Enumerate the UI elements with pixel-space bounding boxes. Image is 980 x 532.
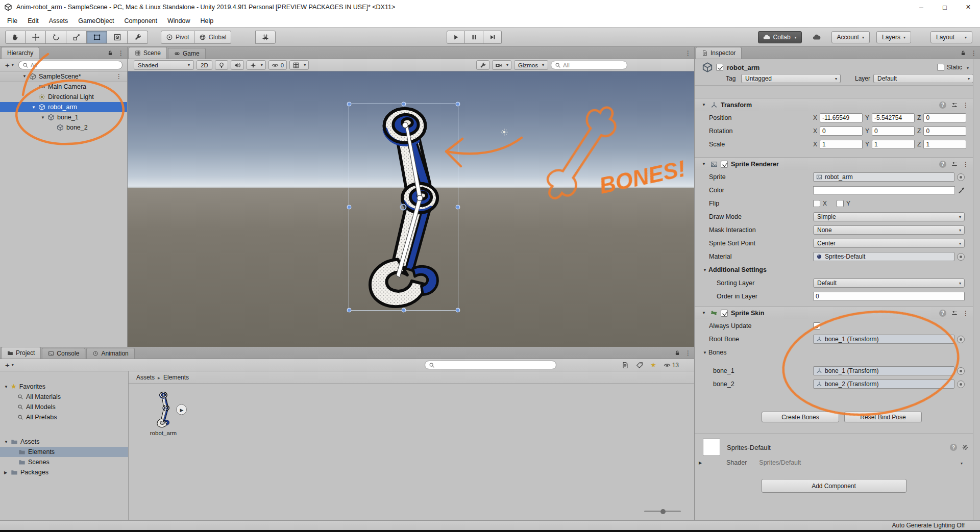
tab-console[interactable]: Console	[42, 348, 85, 359]
position-x-field[interactable]	[820, 113, 863, 122]
presets-icon[interactable]	[951, 161, 958, 168]
menu-component[interactable]: Component	[119, 15, 162, 27]
sprite-object-field[interactable]: robot_arm	[813, 172, 954, 182]
object-picker-button[interactable]	[957, 336, 965, 343]
component-enabled-checkbox[interactable]	[721, 310, 728, 317]
gameobject-name[interactable]: robot_arm	[727, 64, 760, 71]
help-icon[interactable]	[950, 444, 957, 451]
project-favorite-all-materials[interactable]: All Materials	[0, 392, 128, 402]
component-tools-button[interactable]	[476, 60, 489, 70]
project-favorite-all-prefabs[interactable]: All Prefabs	[0, 412, 128, 422]
hidden-packages-toggle[interactable]: 13	[664, 362, 679, 369]
hierarchy-search-field[interactable]	[18, 61, 122, 69]
cloud-services-button[interactable]	[808, 31, 825, 43]
menu-assets[interactable]: Assets	[44, 15, 74, 27]
scale-x-field[interactable]	[820, 140, 863, 149]
gizmos-dropdown[interactable]: Gizmos	[514, 60, 548, 70]
order-in-layer-field[interactable]	[813, 292, 965, 301]
foldout-icon[interactable]	[703, 268, 708, 272]
global-toggle-button[interactable]: Global	[194, 31, 232, 44]
lock-icon[interactable]	[960, 50, 966, 56]
move-tool-button[interactable]	[26, 31, 46, 44]
scene-search-input[interactable]	[563, 62, 623, 68]
grid-visibility-dropdown[interactable]	[289, 60, 309, 70]
menu-gameobject[interactable]: GameObject	[73, 15, 119, 27]
color-field[interactable]	[813, 186, 955, 194]
hierarchy-item-main-camera[interactable]: Main Camera	[0, 82, 127, 92]
menu-help[interactable]: Help	[195, 15, 218, 27]
menu-window[interactable]: Window	[162, 15, 195, 27]
transform-tool-button[interactable]	[107, 31, 128, 44]
always-update-checkbox[interactable]	[813, 322, 820, 330]
scale-tool-button[interactable]	[66, 31, 87, 44]
presets-icon[interactable]	[951, 310, 958, 317]
sprite-pivot-handle[interactable]	[400, 204, 407, 211]
slider-knob[interactable]	[660, 509, 666, 514]
bone-1-object-field[interactable]: bone_1 (Transform)	[813, 366, 954, 375]
sprite-renderer-component-header[interactable]: Sprite Renderer	[695, 157, 973, 170]
layout-dropdown[interactable]: Layout	[930, 31, 972, 43]
material-preview-swatch[interactable]	[703, 439, 720, 456]
auto-generate-lighting-toggle[interactable]: Auto Generate Lighting Off	[892, 522, 965, 529]
save-search-icon[interactable]	[650, 362, 656, 369]
help-icon[interactable]	[939, 310, 946, 317]
tab-animation[interactable]: Animation	[86, 348, 134, 359]
hierarchy-item-robot-arm[interactable]: robot_arm	[0, 102, 127, 112]
transform-component-header[interactable]: Transform	[695, 98, 973, 111]
layers-dropdown[interactable]: Layers	[876, 31, 911, 43]
panel-menu-icon[interactable]	[118, 49, 124, 57]
expand-sprite-button[interactable]	[176, 404, 187, 415]
shader-value[interactable]: Sprites/Default	[759, 459, 801, 466]
hierarchy-scene-row[interactable]: SampleScene*	[0, 71, 127, 82]
project-packages-row[interactable]: Packages	[0, 467, 128, 477]
project-folder-elements[interactable]: Elements	[0, 447, 128, 457]
foldout-icon[interactable]	[22, 74, 29, 79]
flip-x-checkbox[interactable]	[813, 200, 820, 207]
foldout-icon[interactable]	[703, 350, 708, 355]
object-picker-button[interactable]	[957, 381, 965, 388]
object-picker-button[interactable]	[957, 173, 965, 181]
tag-dropdown[interactable]: Untagged	[741, 74, 841, 83]
reset-bind-pose-button[interactable]: Reset Bind Pose	[844, 412, 922, 422]
scene-audio-toggle[interactable]	[231, 60, 244, 70]
foldout-icon[interactable]	[699, 461, 704, 465]
project-favorite-all-models[interactable]: All Models	[0, 402, 128, 412]
scene-visibility-toggle[interactable]: 0	[268, 60, 287, 70]
menu-file[interactable]: File	[2, 15, 22, 27]
scene-options-icon[interactable]	[116, 73, 122, 80]
rotation-y-field[interactable]	[872, 126, 915, 136]
pause-button[interactable]	[465, 31, 483, 44]
material-object-field[interactable]: Sprites-Default	[813, 252, 954, 261]
static-dropdown-icon[interactable]	[965, 64, 969, 71]
sprite-sort-point-dropdown[interactable]: Center	[813, 239, 965, 248]
component-enabled-checkbox[interactable]	[721, 161, 728, 168]
breadcrumb-root[interactable]: Assets	[136, 374, 155, 381]
panel-menu-icon[interactable]	[685, 349, 691, 357]
static-checkbox[interactable]	[937, 64, 944, 71]
hierarchy-item-bone-1[interactable]: bone_1	[0, 112, 127, 122]
foldout-icon[interactable]	[4, 385, 11, 389]
mask-interaction-dropdown[interactable]: None	[813, 225, 965, 235]
tab-hierarchy[interactable]: Hierarchy	[1, 47, 39, 59]
directional-light-gizmo-icon[interactable]	[500, 128, 508, 136]
root-bone-object-field[interactable]: bone_1 (Transform)	[813, 335, 954, 344]
asset-tile-robot-arm[interactable]: robot_arm	[147, 391, 180, 436]
help-icon[interactable]	[939, 161, 946, 168]
grid-snap-button[interactable]	[255, 31, 276, 44]
hierarchy-item-bone-2[interactable]: bone_2	[0, 122, 127, 133]
shader-dropdown-icon[interactable]	[959, 459, 963, 466]
step-button[interactable]	[483, 31, 502, 44]
foldout-icon[interactable]	[702, 162, 707, 166]
position-z-field[interactable]	[923, 113, 966, 122]
foldout-icon[interactable]	[32, 105, 38, 110]
project-search-input[interactable]	[437, 362, 552, 368]
scene-viewport[interactable]	[128, 71, 694, 347]
scale-z-field[interactable]	[923, 140, 966, 149]
minimize-button[interactable]	[910, 0, 933, 14]
additional-settings-foldout[interactable]: Additional Settings	[695, 263, 973, 276]
foldout-icon[interactable]	[702, 103, 707, 107]
eyedropper-icon[interactable]	[958, 187, 965, 194]
search-by-type-icon[interactable]	[622, 362, 629, 369]
create-bones-button[interactable]: Create Bones	[762, 412, 839, 422]
rotate-tool-button[interactable]	[46, 31, 66, 44]
